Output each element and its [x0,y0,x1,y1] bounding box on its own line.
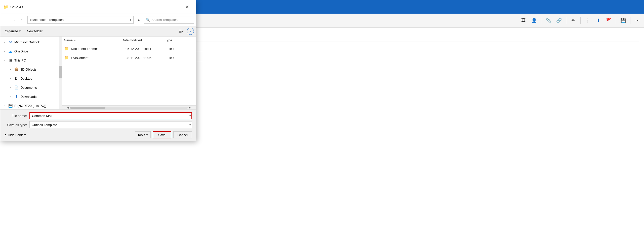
ribbon-sep2 [566,17,566,24]
desktop-icon: 🖥 [14,76,19,81]
savetype-row: Save as type: Outlook Template ▾ [4,121,192,128]
sort-icon: ▲ [74,39,76,42]
col-header-name[interactable]: Name ▲ [64,38,122,42]
ribbon-save-btn[interactable]: 💾 [619,16,628,25]
sidebar-item-desktop-label: Desktop [20,77,60,80]
sidebar-item-onedrive[interactable]: › ☁ OneDrive [0,47,62,56]
dialog-nav-toolbar: ← → ↑ « Microsoft › Templates ▾ ↻ 🔍 Sear… [0,14,196,26]
col-header-type[interactable]: Type [165,38,194,42]
hide-folders-icon: ∧ [4,133,7,137]
expand-icon-downloads: › [8,95,12,99]
ribbon-importance-btn[interactable]: ❕ [583,16,592,25]
refresh-button[interactable]: ↻ [136,16,143,23]
file-list-body: 📁 Document Themes 05-12-2020 18:11 File … [62,44,196,105]
file-name-livecontent: LiveContent [71,56,126,60]
savetype-wrapper: Outlook Template ▾ [29,121,192,128]
file-list-header: Name ▲ Date modified Type [62,37,196,44]
file-name-document-themes: Document Themes [71,47,126,51]
tools-button[interactable]: Tools ▾ [135,131,151,138]
documents-icon: 📄 [14,85,19,90]
forward-button[interactable]: → [10,16,17,23]
h-scrollbar-thumb [70,107,105,109]
ribbon-people-btn[interactable]: 👤 [530,16,539,25]
up-button[interactable]: ↑ [18,16,25,23]
sidebar-item-thispc[interactable]: ∨ 🖥 This PC [0,56,62,65]
outlook-icon: ✉ [8,40,13,45]
h-scroll-right-arrow[interactable]: ▶ [188,106,192,110]
address-breadcrumb: « Microsoft › Templates [30,18,64,22]
col-header-date[interactable]: Date modified [122,38,165,42]
organize-label: Organize [5,29,18,33]
file-date-document-themes: 05-12-2020 18:11 [126,47,167,51]
filename-input-wrapper: ▾ [29,112,192,119]
sidebar-item-3dobjects[interactable]: › 📦 3D Objects [0,65,62,74]
ribbon-more-btn[interactable]: ⋯ [633,16,642,25]
new-folder-button[interactable]: New folder [24,28,45,35]
address-dropdown-icon[interactable]: ▾ [130,18,131,22]
search-box[interactable]: 🔍 Search Templates [144,16,194,24]
ribbon-sep3 [580,17,581,24]
dialog-icon: 📁 [3,5,8,10]
sidebar-item-downloads[interactable]: › ⬇ Downloads [0,92,62,101]
h-scrollbar-track [70,107,188,109]
ribbon-image-btn[interactable]: 🖼 [519,16,528,25]
search-icon: 🔍 [146,18,150,22]
sidebar-item-onedrive-label: OneDrive [14,49,60,53]
file-date-livecontent: 28-11-2020 11:06 [126,56,167,60]
dialog-title: Save As [10,5,181,9]
file-item-document-themes[interactable]: 📁 Document Themes 05-12-2020 18:11 File … [62,44,196,53]
view-icon: ☰ [179,29,182,33]
ribbon-flag-down-btn[interactable]: ⬇ [594,16,603,25]
drive-icon: 💾 [8,103,13,108]
sidebar-item-desktop[interactable]: › 🖥 Desktop [0,74,62,83]
hide-folders-button[interactable]: ∧ Hide Folders [4,133,26,137]
sidebar-item-drive[interactable]: › 💾 E (NODE20 (this PC)) [0,101,62,109]
file-item-livecontent[interactable]: 📁 LiveContent 28-11-2020 11:06 File f [62,53,196,62]
expand-icon-thispc: ∨ [2,58,6,62]
nav-panel: › ✉ Microsoft Outlook › ☁ OneDrive ∨ [0,37,62,109]
ribbon-sep5 [630,17,630,24]
ribbon-attach-btn[interactable]: 📎 [544,16,553,25]
col-type-label: Type [165,38,172,42]
horizontal-scrollbar[interactable]: ◀ ▶ [62,105,196,109]
ribbon-edit-btn[interactable]: ✏ [569,16,578,25]
help-button[interactable]: ? [187,28,194,35]
nav-scrollbar-thumb [59,66,62,78]
organize-button[interactable]: Organize ▾ [2,28,23,35]
file-type-document-themes: File f [167,47,194,51]
filename-input[interactable] [29,112,192,119]
save-button[interactable]: Save [153,131,171,138]
dialog-content: › ✉ Microsoft Outlook › ☁ OneDrive ∨ [0,37,196,109]
search-placeholder: Search Templates [151,18,178,22]
dialog-close-button[interactable]: ✕ [181,3,193,11]
savetype-select[interactable]: Outlook Template [29,121,192,128]
ribbon-sep1 [541,17,541,24]
view-dropdown-icon: ▾ [182,29,184,33]
expand-icon-3d: › [8,67,12,71]
sidebar-item-drive-label: E (NODE20 (this PC)) [14,104,60,108]
address-part1: « Microsoft [30,18,46,22]
button-row: ∧ Hide Folders Tools ▾ Save Cancel [4,130,192,138]
sidebar-item-downloads-label: Downloads [20,95,60,99]
cancel-button[interactable]: Cancel [173,131,192,138]
filename-row: File name: ▾ [4,112,192,119]
ribbon-link-btn[interactable]: 🔗 [554,16,564,25]
expand-icon-documents: › [8,85,12,89]
nav-scrollbar[interactable] [59,37,62,109]
ribbon-flag-btn[interactable]: 🚩 [604,16,613,25]
onedrive-icon: ☁ [8,49,13,54]
tools-dropdown-icon: ▾ [146,133,148,137]
view-button[interactable]: ☰ ▾ [177,28,185,35]
sidebar-item-outlook[interactable]: › ✉ Microsoft Outlook [0,38,62,47]
file-type-livecontent: File f [167,56,194,60]
back-button[interactable]: ← [2,16,9,23]
address-bar[interactable]: « Microsoft › Templates ▾ [27,16,134,24]
sidebar-item-documents[interactable]: › 📄 Documents [0,83,62,92]
file-icon-livecontent: 📁 [64,55,69,60]
col-name-label: Name [64,38,73,42]
sidebar-item-3dobjects-label: 3D Objects [20,68,60,71]
h-scroll-left-arrow[interactable]: ◀ [66,106,70,110]
thispc-icon: 🖥 [8,58,13,63]
sidebar-item-documents-label: Documents [20,86,60,89]
ribbon-sep4 [616,17,616,24]
